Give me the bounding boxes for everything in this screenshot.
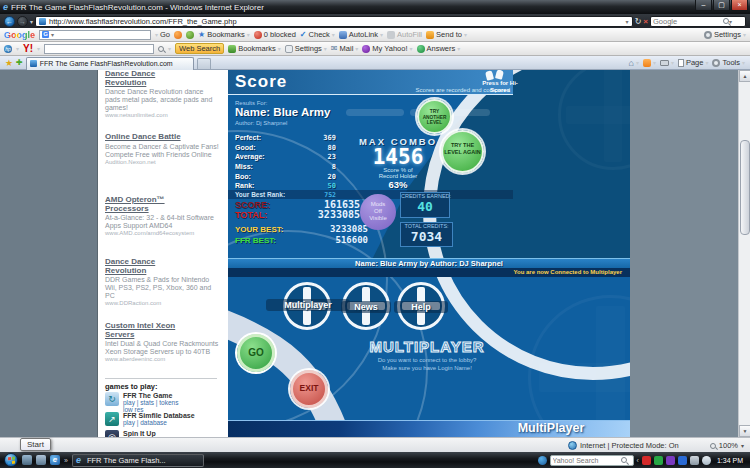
try-level-again-button[interactable]: TRY THE LEVEL AGAIN	[441, 130, 484, 173]
hi-scores-button[interactable]: Press for Hi-Scores	[478, 80, 522, 93]
taskbar-search-box[interactable]	[550, 455, 634, 466]
tray-app-icon[interactable]	[538, 456, 547, 465]
zoom-dropdown-icon[interactable]: ▾	[741, 442, 744, 449]
google-bookmarks-button[interactable]: ★Bookmarks▾	[198, 30, 250, 39]
yahoo-logo[interactable]: Y!	[23, 43, 33, 54]
my-yahoo-icon	[362, 45, 370, 53]
send-to-button[interactable]: Send to▾	[426, 30, 467, 39]
game-link[interactable]: FFR Simfile Database	[123, 412, 195, 419]
stat-row: Rank:50	[235, 182, 336, 190]
spellcheck-button[interactable]: ✓Check▾	[300, 30, 335, 39]
network-icon[interactable]	[690, 456, 699, 465]
yahoo-bookmarks-button[interactable]: Bookmarks▾	[228, 44, 281, 53]
zoom-level[interactable]: 100%	[719, 441, 738, 450]
ffr-game-icon: ↻	[105, 392, 119, 406]
taskbar-search-input[interactable]	[553, 457, 619, 464]
ad-link[interactable]: Custom Intel Xeon Servers	[105, 322, 197, 339]
total-label: TOTAL:	[235, 210, 267, 220]
history-dropdown-icon[interactable]: ▾	[30, 18, 33, 25]
stop-icon[interactable]: ×	[643, 17, 648, 26]
scroll-up-button[interactable]: ▲	[739, 70, 750, 82]
tab-ffr[interactable]: FFR The Game FlashFlashRevolution.com	[26, 57, 194, 70]
add-favorite-icon[interactable]: ✚	[16, 58, 23, 67]
go-dropdown-icon[interactable]: ▾	[155, 31, 158, 38]
send-to-icon	[426, 31, 434, 39]
back-button[interactable]: ←	[4, 16, 15, 27]
yahoo-search-icon[interactable]	[158, 46, 164, 52]
maximize-button[interactable]: ▢	[713, 0, 730, 11]
search-icon[interactable]	[723, 18, 729, 24]
my-yahoo-button[interactable]: My Yahoo!▾	[362, 44, 412, 53]
tab-title: FFR The Game FlashFlashRevolution.com	[40, 60, 173, 67]
feeds-button[interactable]: ▾	[643, 59, 656, 67]
pagerank-icon[interactable]	[174, 31, 182, 39]
ie-quicklaunch-icon[interactable]: e	[50, 455, 60, 465]
search-input[interactable]	[653, 17, 723, 26]
yahoo-search-dropdown-icon[interactable]: ▾	[168, 45, 171, 52]
tray-blue-icon[interactable]	[678, 456, 687, 465]
yahoo-toolbar: hp ▾ Y! ▾ ▾ Web Search Bookmarks▾ Settin…	[0, 42, 750, 56]
autofill-button[interactable]: AutoFill	[387, 30, 422, 39]
site-favicon	[39, 18, 46, 25]
answers-dropdown-icon: ▾	[457, 45, 460, 52]
mods-line: Mods	[360, 201, 396, 208]
search-box[interactable]: ▾	[650, 16, 746, 27]
web-search-button[interactable]: Web Search	[175, 43, 224, 54]
taskbar-search-icon[interactable]	[621, 457, 627, 463]
minimize-button[interactable]: –	[695, 0, 712, 11]
try-another-level-button[interactable]: TRY ANOTHER LEVEL	[417, 99, 452, 134]
go-button[interactable]: GO	[237, 334, 275, 372]
scrollbar-thumb[interactable]	[740, 140, 750, 235]
taskbar-clock[interactable]: 1:34 PM	[714, 457, 746, 464]
exit-button[interactable]: EXIT	[290, 370, 328, 408]
flash-game-area[interactable]: Score Scores are recorded and compared P…	[228, 70, 630, 437]
switch-windows-icon[interactable]	[36, 455, 46, 465]
refresh-icon[interactable]: ↻	[635, 17, 642, 26]
game-links[interactable]: play | database	[123, 419, 195, 426]
game-link[interactable]: FFR The Game	[123, 392, 178, 399]
ad-link[interactable]: Dance Dance Revolution	[105, 258, 197, 275]
mail-button[interactable]: ✉Mail▾	[331, 44, 358, 53]
page-menu-button[interactable]: Page▾	[678, 58, 709, 67]
print-button[interactable]: ▾	[660, 59, 674, 66]
close-button[interactable]: ×	[731, 0, 748, 11]
ad-link[interactable]: AMD Opteron™ Processors	[105, 196, 197, 213]
yahoo-settings-button[interactable]: Settings▾	[285, 44, 327, 53]
game-link[interactable]: Spin It Up	[123, 430, 156, 437]
tray-messenger-icon[interactable]	[642, 456, 651, 465]
google-search-box[interactable]: G ▾	[39, 30, 151, 40]
zoom-icon[interactable]	[710, 443, 716, 449]
volume-icon[interactable]	[702, 456, 711, 465]
game-links[interactable]: play | stats | tokens	[123, 399, 178, 406]
quicklaunch-chevrons-icon[interactable]: »	[64, 457, 68, 464]
yahoo-dropdown-icon[interactable]: ▾	[37, 45, 40, 52]
scroll-down-button[interactable]: ▼	[739, 425, 750, 437]
ad-link[interactable]: Dance Dance Revolution	[105, 70, 197, 87]
yahoo-search-input[interactable]	[44, 44, 154, 54]
tray-collapse-icon[interactable]: ‹	[637, 457, 639, 464]
toolbar-extra-icon[interactable]	[186, 31, 194, 39]
popup-blocked-button[interactable]: 0 blocked	[254, 30, 296, 39]
autolink-button[interactable]: AutoLink▾	[339, 30, 383, 39]
ad-link[interactable]: Online Dance Battle	[105, 133, 197, 142]
home-button[interactable]: ⌂▾	[628, 58, 638, 68]
address-dropdown-icon[interactable]: ▾	[626, 18, 629, 25]
start-button[interactable]	[4, 453, 18, 467]
answers-button[interactable]: Answers▾	[417, 44, 461, 53]
ad-body: Dance Dance Revolution dance pads metal …	[105, 88, 219, 112]
google-search-dropdown-icon[interactable]: ▾	[51, 31, 54, 38]
favorites-center-icon[interactable]: ★	[5, 58, 13, 68]
tray-purple-icon[interactable]	[666, 456, 675, 465]
hp-logo-icon[interactable]: hp	[4, 45, 12, 53]
address-bar[interactable]: http://www.flashflashrevolution.com/FFR_…	[35, 16, 633, 27]
google-go-button[interactable]: ▾Go	[155, 30, 170, 39]
show-desktop-icon[interactable]	[22, 455, 32, 465]
taskbar-task-button[interactable]: e FFR The Game Flash...	[72, 454, 204, 467]
tools-menu-button[interactable]: Tools▾	[712, 58, 745, 67]
tray-green-icon[interactable]	[654, 456, 663, 465]
new-tab-stub[interactable]	[197, 58, 211, 69]
forward-button[interactable]: →	[17, 16, 28, 27]
google-settings-button[interactable]: Settings▾	[704, 30, 746, 39]
hp-dropdown-icon[interactable]: ▾	[16, 45, 19, 52]
vertical-scrollbar[interactable]: ▲ ▼	[738, 70, 750, 437]
